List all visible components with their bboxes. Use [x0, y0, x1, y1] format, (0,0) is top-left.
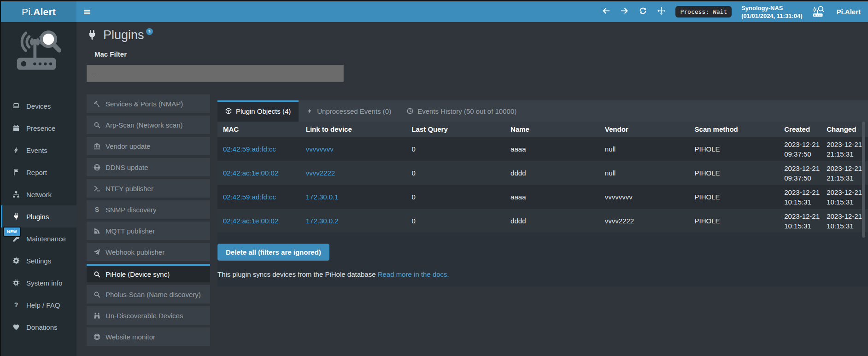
name-cell: aaaa	[505, 137, 599, 161]
plugin-nav-item-un-discoverable-devices[interactable]: Un-Discoverable Devices	[87, 306, 210, 325]
date-line: 2023-12-21	[784, 187, 821, 197]
pialert-app: Pi.Alert Process: Wait Synology-NAS (01/…	[0, 0, 868, 356]
sidebar-item-label: Events	[26, 146, 47, 154]
sidebar-item-plugins[interactable]: Plugins	[1, 205, 76, 228]
scan-method-cell: PIHOLE	[689, 185, 779, 209]
network-icon	[12, 191, 20, 198]
sidebar-item-report[interactable]: Report	[1, 161, 76, 183]
sidebar-item-network[interactable]: Network	[1, 183, 76, 205]
device-link[interactable]: 172.30.0.1	[300, 185, 406, 209]
tab-content: MACLink to deviceLast QueryNameVendorSca…	[217, 122, 868, 286]
process-status-badge: Process: Wait	[675, 6, 732, 18]
tab-plugin-objects-4[interactable]: Plugin Objects (4)	[217, 100, 299, 122]
docs-link[interactable]: Read more in the docs.	[378, 270, 449, 278]
column-header-scan-method: Scan method	[689, 122, 779, 137]
sidebar-item-help-faq[interactable]: ?Help / FAQ	[1, 294, 76, 316]
column-header-changed: Changed	[821, 122, 868, 137]
navbar-right: Process: Wait Synology-NAS (01/01/2024, …	[602, 4, 868, 20]
search-icon	[93, 291, 101, 298]
sidebar-item-label: Help / FAQ	[26, 301, 60, 309]
plug-icon	[87, 29, 98, 41]
forward-button[interactable]	[620, 7, 629, 16]
plugin-nav-item-mqtt-publisher[interactable]: MQTT publisher	[87, 222, 210, 240]
plugin-nav-label: Pholus-Scan (Name discovery)	[106, 291, 201, 298]
plugin-nav-label: Services & Ports (NMAP)	[106, 100, 183, 108]
refresh-icon	[639, 7, 647, 17]
column-header-name: Name	[505, 122, 599, 137]
plugin-nav-item-snmp-discovery[interactable]: SSNMP discovery	[87, 200, 210, 219]
search-icon	[93, 271, 101, 278]
mac-filter-input[interactable]	[87, 65, 344, 82]
time-line: 10:15:31	[784, 197, 821, 207]
created-cell: 2023-12-2110:15:31	[779, 209, 821, 233]
changed-cell: 2023-12-2121:15:31	[821, 161, 868, 185]
move-icon	[657, 7, 665, 17]
time-line: 09:37:50	[784, 149, 821, 159]
hamburger-menu-icon[interactable]	[83, 8, 92, 16]
plugin-nav-label: DDNS update	[106, 163, 148, 171]
date-line: 2023-12-21	[784, 163, 821, 173]
column-header-vendor: Vendor	[599, 122, 689, 137]
device-link[interactable]: 172.30.0.2	[300, 209, 406, 233]
plugin-nav-item-arp-scan-network-scan[interactable]: Arp-Scan (Network scan)	[87, 116, 210, 134]
plugin-nav-item-ddns-update[interactable]: DDNS update	[87, 158, 210, 176]
sidebar-item-devices[interactable]: Devices	[1, 95, 76, 117]
mac-link[interactable]: 02:42:ac:1e:00:02	[217, 161, 300, 185]
sidebar-item-system-info[interactable]: System info	[1, 272, 76, 294]
plugin-objects-table: MACLink to deviceLast QueryNameVendorSca…	[217, 122, 868, 233]
refresh-button[interactable]	[639, 7, 647, 16]
vendor-cell: vvvvvvvv	[599, 185, 689, 209]
brand-logo[interactable]: Pi.Alert	[1, 1, 76, 22]
mac-link[interactable]: 02:42:59:ad:fd:cc	[217, 137, 300, 161]
move-button[interactable]	[657, 7, 666, 16]
plugin-detail-panel: Plugin Objects (4)Unprocessed Events (0)…	[217, 100, 868, 286]
vendor-cell: vvvv2222	[599, 209, 689, 233]
table-header-row: MACLink to deviceLast QueryNameVendorSca…	[217, 122, 868, 137]
changed-cell: 2023-12-2110:15:31	[821, 185, 868, 209]
mac-filter-label: Mac Filter	[94, 50, 127, 58]
created-cell: 2023-12-2110:15:31	[779, 185, 821, 209]
arrow-left-icon	[602, 7, 610, 17]
plugin-nav-item-services-ports-nmap[interactable]: Services & Ports (NMAP)	[87, 94, 210, 113]
sidebar-item-events[interactable]: Events	[1, 139, 76, 161]
sidebar-item-settings[interactable]: Settings	[1, 250, 76, 272]
snmp-icon: S	[93, 206, 101, 213]
device-link[interactable]: vvvvvvvv	[300, 137, 406, 161]
delete-all-button[interactable]: Delete all (filters are ignored)	[217, 244, 329, 261]
page-title: Plugins	[103, 27, 144, 43]
table-scrollbar[interactable]	[862, 122, 865, 238]
column-header-created: Created	[779, 122, 821, 137]
plugin-nav-item-website-monitor[interactable]: Website monitor	[87, 327, 210, 346]
plugin-nav-label: MQTT publisher	[106, 227, 155, 235]
plugin-nav-item-pihole-device-sync[interactable]: PiHole (Device sync)	[87, 264, 210, 282]
sidebar-item-donations[interactable]: Donations	[1, 316, 76, 338]
tab-unprocessed-events-0[interactable]: Unprocessed Events (0)	[299, 100, 399, 122]
laptop-icon	[12, 102, 20, 110]
plugin-nav-item-ntfy-publisher[interactable]: NTFY publisher	[87, 179, 210, 198]
sidebar-item-presence[interactable]: Presence	[1, 117, 76, 139]
plugin-nav-item-webhook-publisher[interactable]: Webhook publisher	[87, 243, 210, 261]
device-link[interactable]: vvvv2222	[300, 161, 406, 185]
plugin-nav-label: SNMP discovery	[106, 206, 157, 214]
search-icon	[93, 122, 101, 128]
last-query-cell: 0	[406, 209, 505, 233]
plugin-nav-item-vendor-update[interactable]: Vendor update	[87, 137, 210, 155]
tab-bar: Plugin Objects (4)Unprocessed Events (0)…	[217, 100, 868, 122]
mac-link[interactable]: 02:42:ac:1e:00:02	[217, 209, 300, 233]
pialert-logo-icon	[10, 29, 68, 77]
satellite-icon	[93, 100, 101, 107]
tab-label: Unprocessed Events (0)	[317, 107, 391, 115]
mac-link[interactable]: 02:42:59:ad:fd:cc	[217, 185, 300, 209]
name-cell: dddd	[505, 209, 599, 233]
sidebar: DevicesPresenceEventsReportNetworkPlugin…	[1, 22, 76, 356]
back-button[interactable]	[602, 7, 610, 16]
plugin-nav-item-pholus-scan-name-discovery[interactable]: Pholus-Scan (Name discovery)	[87, 285, 210, 303]
table-row: 02:42:ac:1e:00:02vvvv22220ddddnullPIHOLE…	[217, 161, 868, 185]
last-query-cell: 0	[406, 161, 505, 185]
sidebar-item-label: Plugins	[26, 213, 49, 221]
time-line: 09:37:50	[784, 173, 821, 183]
help-badge[interactable]: ?	[146, 28, 153, 35]
tab-events-history-50-out-of-10000[interactable]: Events History (50 out of 10000)	[399, 100, 524, 122]
globe-icon	[93, 164, 101, 171]
table-row: 02:42:ac:1e:00:02172.30.0.20ddddvvvv2222…	[217, 209, 868, 233]
